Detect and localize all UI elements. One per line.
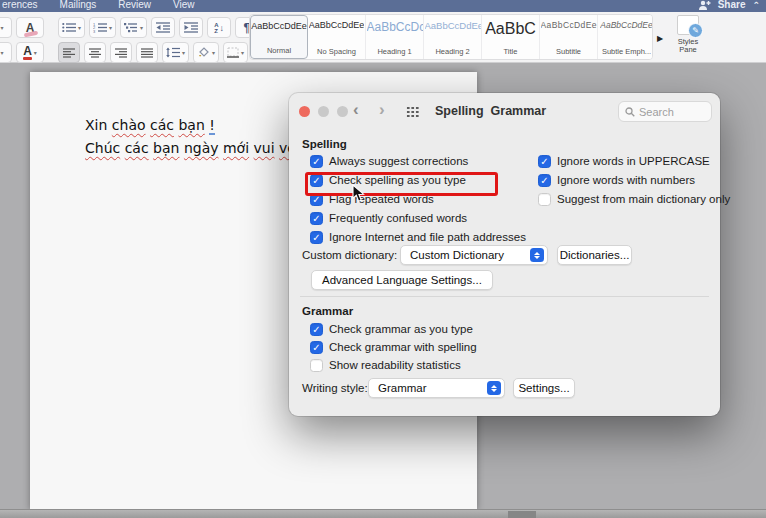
checkbox-label: Check grammar as you type — [329, 323, 473, 335]
checkbox-row-ignore-numbers: ✓ Ignore words with numbers — [538, 173, 695, 187]
tab-review[interactable]: Review — [118, 0, 151, 10]
settings-button[interactable]: Settings... — [513, 378, 575, 398]
ignore-uppercase-checkbox[interactable]: ✓ — [538, 155, 551, 168]
ignore-numbers-checkbox[interactable]: ✓ — [538, 174, 551, 187]
button-label: Advanced Language Settings... — [322, 274, 482, 286]
sort-button[interactable]: AZ↓ — [207, 17, 231, 38]
tab-references[interactable]: erences — [2, 0, 38, 10]
dictionaries-button[interactable]: Dictionaries... — [557, 245, 632, 265]
style-label: Normal — [267, 46, 291, 55]
custom-dictionary-dropdown[interactable]: Custom Dictionary — [400, 245, 548, 265]
close-button[interactable] — [299, 106, 310, 117]
main-dictionary-checkbox[interactable]: ✓ — [538, 193, 551, 206]
tab-view[interactable]: View — [173, 0, 195, 10]
styles-pane-button[interactable]: ✎ Styles Pane — [668, 15, 708, 61]
misspelled-word: chào — [112, 117, 146, 133]
align-left-button[interactable] — [58, 42, 80, 63]
borders-icon — [227, 47, 239, 58]
writing-style-dropdown[interactable]: Grammar — [368, 378, 505, 398]
spelling-grammar-dialog: ‹ › Spelling Grammar Spelling ✓ Always s… — [289, 93, 720, 416]
clipped-button[interactable]: ▾ — [0, 17, 12, 38]
misspelled-word: mới — [223, 140, 249, 156]
style-label: Title — [504, 47, 518, 56]
checkbox-label: Ignore words in UPPERCASE — [557, 155, 710, 167]
advanced-language-settings-button[interactable]: Advanced Language Settings... — [311, 270, 493, 290]
collapse-ribbon-icon[interactable]: ⌃ — [752, 0, 760, 10]
style-subtitle[interactable]: AaBbCcDdEe Subtitle — [540, 15, 598, 59]
style-normal[interactable]: AaBbCcDdEe Normal — [250, 15, 308, 59]
zoom-button[interactable] — [337, 106, 348, 117]
preferences-grid-icon[interactable] — [406, 106, 420, 117]
check-icon: ✓ — [311, 324, 322, 336]
bullet-list-button[interactable]: ▾ — [58, 17, 85, 38]
grammar-section-header: Grammar — [302, 305, 353, 317]
doc-line-1: Xin chào các bạn ! — [85, 114, 306, 137]
search-field[interactable] — [618, 101, 712, 122]
style-sample: AaBbCcDdEe — [251, 21, 307, 31]
numbered-list-button[interactable]: 123 ▾ — [89, 17, 116, 38]
check-icon: ✓ — [311, 213, 322, 225]
style-title[interactable]: AaBbC Title — [482, 15, 540, 59]
style-heading-2[interactable]: AaBbCcDdEe Heading 2 — [424, 15, 482, 59]
writing-style-label: Writing style: — [302, 382, 368, 394]
borders-button[interactable]: ▾ — [223, 42, 248, 63]
misspelled-word: các — [150, 117, 174, 133]
frequently-confused-checkbox[interactable]: ✓ — [310, 212, 323, 225]
readability-checkbox[interactable]: ✓ — [310, 359, 323, 372]
style-no-spacing[interactable]: AaBbCcDdEe No Spacing — [308, 15, 366, 59]
minimize-button[interactable] — [318, 106, 329, 117]
decrease-indent-button[interactable] — [151, 17, 175, 38]
style-heading-1[interactable]: AaBbCcDc Heading 1 — [366, 15, 424, 59]
check-grammar-spelling-checkbox[interactable]: ✓ — [310, 341, 323, 354]
checkbox-label: Ignore Internet and file path addresses — [329, 231, 526, 243]
clipped-button-2[interactable]: ▾ — [0, 42, 12, 63]
word: Xin — [85, 117, 107, 133]
checkbox-label: Show readability statistics — [329, 359, 461, 371]
gallery-more-icon[interactable]: ▶ — [657, 34, 663, 43]
text-effects-button[interactable]: A — [16, 17, 44, 38]
highlight-rectangle — [305, 172, 498, 196]
search-icon — [625, 103, 635, 121]
style-sample: AaBbCcDdEe — [309, 20, 365, 30]
bullet-list-icon — [62, 22, 76, 33]
increase-indent-button[interactable] — [179, 17, 203, 38]
tab-mailings[interactable]: Mailings — [60, 0, 97, 10]
styles-pane-label: Styles Pane — [668, 38, 708, 54]
ribbon-row-1: ▾ A ▾ 123 ▾ ▾ AZ↓ ¶ — [0, 17, 259, 38]
style-subtle-emphasis[interactable]: AaBbCcDdEe Subtle Emph... — [598, 15, 653, 59]
document-text[interactable]: Xin chào các bạn ! Chúc các bạn ngày mới… — [85, 114, 306, 160]
check-icon: ✓ — [311, 342, 322, 354]
forward-icon[interactable]: › — [379, 100, 385, 120]
misspelled-word: Chúc — [85, 140, 120, 156]
justify-button[interactable] — [136, 42, 158, 63]
dropdown-value: Custom Dictionary — [410, 249, 504, 261]
search-input[interactable] — [639, 106, 703, 118]
style-label: Subtitle — [556, 47, 581, 56]
align-right-button[interactable] — [110, 42, 132, 63]
decrease-indent-icon — [156, 22, 170, 33]
line-spacing-icon — [166, 47, 180, 58]
check-icon: ✓ — [539, 156, 550, 168]
misspelled-word: bạn — [153, 140, 179, 156]
align-right-icon — [115, 48, 127, 58]
status-bar-notch — [508, 511, 536, 518]
back-icon[interactable]: ‹ — [353, 100, 359, 120]
style-sample: AaBbCcDdEe — [425, 20, 481, 31]
style-sample: AaBbC — [485, 20, 536, 38]
align-center-button[interactable] — [84, 42, 106, 63]
line-spacing-button[interactable]: ▾ — [162, 42, 189, 63]
ignore-internet-checkbox[interactable]: ✓ — [310, 231, 323, 244]
always-suggest-checkbox[interactable]: ✓ — [310, 155, 323, 168]
share-button[interactable]: Share — [718, 0, 746, 10]
svg-text:3: 3 — [93, 29, 96, 33]
check-grammar-type-checkbox[interactable]: ✓ — [310, 323, 323, 336]
check-icon: ✓ — [539, 175, 550, 187]
check-icon: ✓ — [311, 232, 322, 244]
style-label: Subtle Emph... — [602, 47, 651, 56]
multilevel-list-button[interactable]: ▾ — [120, 17, 147, 38]
multilevel-list-icon — [124, 22, 138, 33]
shading-button[interactable]: ▾ — [193, 42, 219, 63]
styles-pane-icon: ✎ — [677, 15, 699, 35]
font-color-button[interactable]: A ▾ — [16, 42, 44, 63]
numbered-list-icon: 123 — [93, 22, 107, 33]
